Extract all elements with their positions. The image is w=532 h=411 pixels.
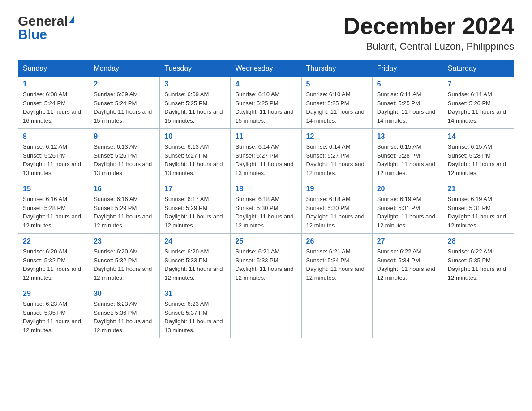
calendar-cell bbox=[301, 286, 372, 338]
weekday-header-monday: Monday bbox=[89, 61, 160, 77]
calendar-cell: 9 Sunrise: 6:13 AMSunset: 5:26 PMDayligh… bbox=[89, 129, 160, 181]
calendar-cell: 29 Sunrise: 6:23 AMSunset: 5:35 PMDaylig… bbox=[18, 286, 89, 338]
calendar-cell: 21 Sunrise: 6:19 AMSunset: 5:31 PMDaylig… bbox=[443, 181, 514, 234]
calendar-cell: 14 Sunrise: 6:15 AMSunset: 5:28 PMDaylig… bbox=[443, 129, 514, 181]
day-number: 27 bbox=[377, 237, 438, 245]
day-info: Sunrise: 6:23 AMSunset: 5:37 PMDaylight:… bbox=[164, 300, 223, 334]
day-number: 13 bbox=[377, 133, 438, 141]
day-info: Sunrise: 6:22 AMSunset: 5:34 PMDaylight:… bbox=[377, 248, 435, 281]
day-info: Sunrise: 6:15 AMSunset: 5:28 PMDaylight:… bbox=[377, 143, 435, 176]
day-number: 22 bbox=[23, 237, 84, 245]
day-info: Sunrise: 6:09 AMSunset: 5:25 PMDaylight:… bbox=[164, 91, 223, 124]
calendar-cell bbox=[231, 286, 301, 338]
day-number: 17 bbox=[164, 185, 226, 193]
day-info: Sunrise: 6:18 AMSunset: 5:30 PMDaylight:… bbox=[235, 196, 293, 229]
day-info: Sunrise: 6:23 AMSunset: 5:36 PMDaylight:… bbox=[94, 300, 152, 334]
day-info: Sunrise: 6:14 AMSunset: 5:27 PMDaylight:… bbox=[235, 143, 293, 176]
day-info: Sunrise: 6:23 AMSunset: 5:35 PMDaylight:… bbox=[23, 300, 81, 334]
day-info: Sunrise: 6:13 AMSunset: 5:26 PMDaylight:… bbox=[94, 143, 152, 176]
day-info: Sunrise: 6:11 AMSunset: 5:26 PMDaylight:… bbox=[448, 91, 506, 124]
calendar-cell: 22 Sunrise: 6:20 AMSunset: 5:32 PMDaylig… bbox=[18, 234, 89, 286]
day-info: Sunrise: 6:19 AMSunset: 5:31 PMDaylight:… bbox=[448, 196, 506, 229]
day-info: Sunrise: 6:08 AMSunset: 5:24 PMDaylight:… bbox=[23, 91, 81, 124]
calendar-cell: 10 Sunrise: 6:13 AMSunset: 5:27 PMDaylig… bbox=[160, 129, 231, 181]
calendar-cell: 1 Sunrise: 6:08 AMSunset: 5:24 PMDayligh… bbox=[18, 77, 89, 129]
day-info: Sunrise: 6:12 AMSunset: 5:26 PMDaylight:… bbox=[23, 143, 81, 176]
calendar-cell: 17 Sunrise: 6:17 AMSunset: 5:29 PMDaylig… bbox=[160, 181, 231, 234]
location-subtitle: Bularit, Central Luzon, Philippines bbox=[343, 41, 514, 52]
day-number: 3 bbox=[164, 80, 226, 88]
calendar-week-row: 8 Sunrise: 6:12 AMSunset: 5:26 PMDayligh… bbox=[18, 129, 514, 181]
calendar-cell: 30 Sunrise: 6:23 AMSunset: 5:36 PMDaylig… bbox=[89, 286, 160, 338]
day-number: 31 bbox=[164, 290, 226, 298]
weekday-header-row: SundayMondayTuesdayWednesdayThursdayFrid… bbox=[18, 61, 514, 77]
day-number: 18 bbox=[235, 185, 296, 193]
day-number: 8 bbox=[23, 133, 84, 141]
calendar-table: SundayMondayTuesdayWednesdayThursdayFrid… bbox=[18, 60, 514, 338]
day-info: Sunrise: 6:15 AMSunset: 5:28 PMDaylight:… bbox=[448, 143, 506, 176]
calendar-week-row: 22 Sunrise: 6:20 AMSunset: 5:32 PMDaylig… bbox=[18, 234, 514, 286]
day-number: 6 bbox=[377, 80, 438, 88]
day-number: 30 bbox=[94, 290, 155, 298]
day-number: 9 bbox=[94, 133, 155, 141]
day-info: Sunrise: 6:21 AMSunset: 5:34 PMDaylight:… bbox=[306, 248, 365, 281]
page-header: General Blue December 2024 Bularit, Cent… bbox=[18, 13, 514, 52]
calendar-cell: 2 Sunrise: 6:09 AMSunset: 5:24 PMDayligh… bbox=[89, 77, 160, 129]
calendar-cell: 24 Sunrise: 6:20 AMSunset: 5:33 PMDaylig… bbox=[160, 234, 231, 286]
weekday-header-tuesday: Tuesday bbox=[160, 61, 231, 77]
day-info: Sunrise: 6:22 AMSunset: 5:35 PMDaylight:… bbox=[448, 248, 506, 281]
calendar-cell: 12 Sunrise: 6:14 AMSunset: 5:27 PMDaylig… bbox=[301, 129, 372, 181]
day-number: 10 bbox=[164, 133, 226, 141]
day-info: Sunrise: 6:19 AMSunset: 5:31 PMDaylight:… bbox=[377, 196, 435, 229]
calendar-cell: 16 Sunrise: 6:16 AMSunset: 5:29 PMDaylig… bbox=[89, 181, 160, 234]
calendar-cell: 20 Sunrise: 6:19 AMSunset: 5:31 PMDaylig… bbox=[372, 181, 443, 234]
weekday-header-sunday: Sunday bbox=[18, 61, 89, 77]
calendar-week-row: 29 Sunrise: 6:23 AMSunset: 5:35 PMDaylig… bbox=[18, 286, 514, 338]
day-info: Sunrise: 6:13 AMSunset: 5:27 PMDaylight:… bbox=[164, 143, 223, 176]
calendar-cell bbox=[443, 286, 514, 338]
day-number: 2 bbox=[94, 80, 155, 88]
calendar-cell: 26 Sunrise: 6:21 AMSunset: 5:34 PMDaylig… bbox=[301, 234, 372, 286]
calendar-cell: 13 Sunrise: 6:15 AMSunset: 5:28 PMDaylig… bbox=[372, 129, 443, 181]
day-number: 21 bbox=[448, 185, 509, 193]
day-info: Sunrise: 6:14 AMSunset: 5:27 PMDaylight:… bbox=[306, 143, 365, 176]
day-info: Sunrise: 6:20 AMSunset: 5:33 PMDaylight:… bbox=[164, 248, 223, 281]
weekday-header-wednesday: Wednesday bbox=[231, 61, 301, 77]
calendar-cell: 18 Sunrise: 6:18 AMSunset: 5:30 PMDaylig… bbox=[231, 181, 301, 234]
day-number: 12 bbox=[306, 133, 368, 141]
day-number: 19 bbox=[306, 185, 368, 193]
calendar-cell: 7 Sunrise: 6:11 AMSunset: 5:26 PMDayligh… bbox=[443, 77, 514, 129]
day-number: 16 bbox=[94, 185, 155, 193]
calendar-cell: 4 Sunrise: 6:10 AMSunset: 5:25 PMDayligh… bbox=[231, 77, 301, 129]
day-info: Sunrise: 6:10 AMSunset: 5:25 PMDaylight:… bbox=[306, 91, 365, 124]
day-number: 5 bbox=[306, 80, 368, 88]
day-number: 20 bbox=[377, 185, 438, 193]
calendar-cell bbox=[372, 286, 443, 338]
month-title: December 2024 bbox=[343, 13, 514, 39]
calendar-cell: 25 Sunrise: 6:21 AMSunset: 5:33 PMDaylig… bbox=[231, 234, 301, 286]
day-info: Sunrise: 6:09 AMSunset: 5:24 PMDaylight:… bbox=[94, 91, 152, 124]
day-info: Sunrise: 6:11 AMSunset: 5:25 PMDaylight:… bbox=[377, 91, 435, 124]
day-number: 29 bbox=[23, 290, 84, 298]
day-info: Sunrise: 6:18 AMSunset: 5:30 PMDaylight:… bbox=[306, 196, 365, 229]
calendar-cell: 6 Sunrise: 6:11 AMSunset: 5:25 PMDayligh… bbox=[372, 77, 443, 129]
calendar-cell: 31 Sunrise: 6:23 AMSunset: 5:37 PMDaylig… bbox=[160, 286, 231, 338]
day-number: 24 bbox=[164, 237, 226, 245]
day-number: 28 bbox=[448, 237, 509, 245]
day-number: 1 bbox=[23, 80, 84, 88]
day-info: Sunrise: 6:20 AMSunset: 5:32 PMDaylight:… bbox=[23, 248, 81, 281]
calendar-cell: 11 Sunrise: 6:14 AMSunset: 5:27 PMDaylig… bbox=[231, 129, 301, 181]
calendar-cell: 5 Sunrise: 6:10 AMSunset: 5:25 PMDayligh… bbox=[301, 77, 372, 129]
calendar-cell: 8 Sunrise: 6:12 AMSunset: 5:26 PMDayligh… bbox=[18, 129, 89, 181]
day-number: 7 bbox=[448, 80, 509, 88]
day-info: Sunrise: 6:16 AMSunset: 5:28 PMDaylight:… bbox=[23, 196, 81, 229]
day-number: 4 bbox=[235, 80, 296, 88]
weekday-header-thursday: Thursday bbox=[301, 61, 372, 77]
calendar-week-row: 15 Sunrise: 6:16 AMSunset: 5:28 PMDaylig… bbox=[18, 181, 514, 234]
day-info: Sunrise: 6:10 AMSunset: 5:25 PMDaylight:… bbox=[235, 91, 293, 124]
calendar-cell: 23 Sunrise: 6:20 AMSunset: 5:32 PMDaylig… bbox=[89, 234, 160, 286]
day-number: 14 bbox=[448, 133, 509, 141]
logo: General Blue bbox=[18, 13, 74, 42]
calendar-cell: 19 Sunrise: 6:18 AMSunset: 5:30 PMDaylig… bbox=[301, 181, 372, 234]
weekday-header-saturday: Saturday bbox=[443, 61, 514, 77]
